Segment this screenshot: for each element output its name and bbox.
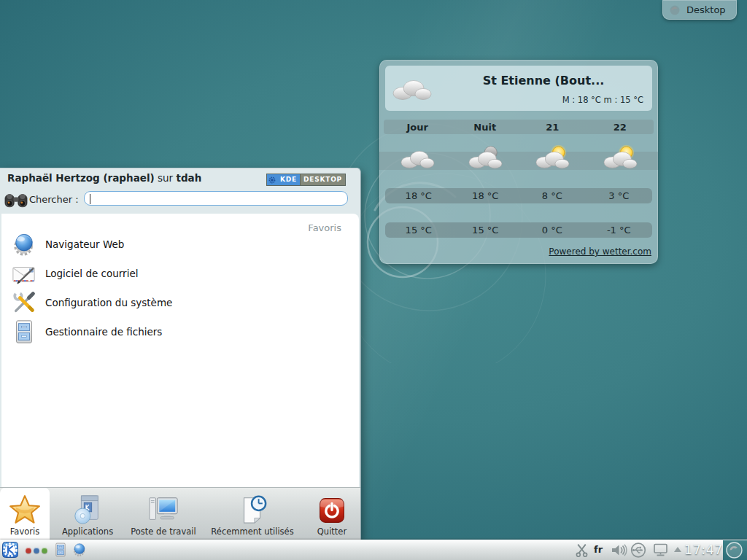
- low-temp: 15 °C: [385, 225, 452, 236]
- kickoff-favorites-view: Favoris Navigateur Web: [1, 214, 359, 488]
- folderview-peek-icon: [669, 4, 681, 16]
- favorites-star-icon: [9, 494, 41, 525]
- file-manager-launcher[interactable]: [53, 542, 68, 557]
- weather-header: St Etienne (Bout... M : 18 °C m : 15 °C: [385, 66, 652, 111]
- cloudy-night-icon: [467, 144, 503, 171]
- file-manager-icon: [12, 319, 36, 344]
- quit-power-icon: [317, 496, 347, 525]
- computer-icon: [148, 494, 179, 525]
- high-temp: 18 °C: [452, 190, 519, 201]
- panel-toolbox-cashew-icon[interactable]: [726, 542, 743, 559]
- weather-low-temps-row: 15 °C 15 °C 0 °C -1 °C: [385, 222, 652, 238]
- low-temp: 15 °C: [452, 225, 519, 236]
- user-separator: sur: [158, 172, 173, 184]
- kickoff-menu: Raphaël Hertzog (raphael) sur tdah KDE D…: [0, 168, 361, 540]
- weather-high-temps-row: 18 °C 18 °C 8 °C 3 °C: [385, 188, 652, 203]
- web-browser-icon: [12, 232, 36, 257]
- keyboard-layout-indicator[interactable]: fr: [594, 544, 603, 555]
- high-temp: 3 °C: [586, 190, 653, 201]
- favorite-item-label: Logiciel de courriel: [45, 268, 138, 279]
- favorite-item-label: Gestionnaire de fichiers: [45, 326, 162, 338]
- text-caret: [90, 194, 90, 204]
- sun-behind-cloud-icon: [602, 144, 638, 171]
- tab-recently-used[interactable]: Récemment utilisés: [201, 488, 303, 540]
- tab-applications[interactable]: Applications: [50, 488, 125, 540]
- volume-icon[interactable]: [611, 544, 627, 556]
- mail-icon: [12, 262, 36, 285]
- tab-computer[interactable]: Poste de travail: [125, 488, 201, 540]
- favorite-item-web-browser[interactable]: Navigateur Web: [12, 230, 340, 259]
- recent-documents-icon: [237, 494, 268, 525]
- pager-dot-blue[interactable]: [34, 548, 39, 553]
- panel-clock[interactable]: 17:47: [684, 542, 724, 557]
- web-browser-launcher[interactable]: [72, 542, 87, 557]
- weather-condition-icons: [384, 139, 654, 176]
- weather-col-date-21: 21: [519, 122, 587, 133]
- folderview-title: Desktop: [686, 4, 726, 15]
- favorite-item-label: Navigateur Web: [45, 238, 124, 250]
- folderview-widget[interactable]: Desktop: [662, 0, 737, 20]
- usb-device-notifier-icon[interactable]: [630, 542, 646, 558]
- weather-minmax-summary: M : 18 °C m : 15 °C: [562, 95, 643, 105]
- tray-expander-arrow[interactable]: [674, 547, 681, 552]
- favorite-item-file-manager[interactable]: Gestionnaire de fichiers: [12, 317, 340, 346]
- pager-dot-green[interactable]: [42, 548, 47, 553]
- tab-label: Quitter: [317, 526, 347, 537]
- tab-label: Poste de travail: [131, 526, 196, 537]
- favorite-item-label: Configuration du système: [45, 297, 172, 308]
- sun-behind-cloud-icon: [534, 144, 570, 171]
- pager-dot-red[interactable]: [26, 548, 31, 553]
- tab-label: Applications: [62, 526, 113, 537]
- badge-desktop-label: DESKTOP: [300, 174, 345, 185]
- weather-current-cloudy-icon: [391, 74, 433, 102]
- kmenu-launcher-button[interactable]: [2, 542, 18, 558]
- high-temp: 18 °C: [385, 190, 452, 201]
- weather-col-day: Jour: [384, 122, 452, 133]
- tab-label: Récemment utilisés: [211, 526, 293, 537]
- favorite-item-mail-client[interactable]: Logiciel de courriel: [12, 259, 340, 288]
- low-temp: -1 °C: [586, 225, 653, 236]
- clipboard-scissors-icon[interactable]: [576, 543, 588, 557]
- weather-column-headers: Jour Nuit 21 22: [384, 120, 654, 134]
- kickoff-search-row: Chercher :: [0, 187, 360, 214]
- weather-credit-link[interactable]: Powered by wetter.com: [549, 246, 651, 257]
- weather-widget[interactable]: St Etienne (Bout... M : 18 °C m : 15 °C …: [379, 60, 658, 264]
- low-temp: 0 °C: [519, 225, 586, 236]
- user-fullname: Raphaël Hertzog (raphael): [7, 172, 155, 184]
- taskbar-panel: fr 17:47: [0, 540, 747, 560]
- weather-location-title: St Etienne (Bout...: [442, 74, 645, 88]
- binoculars-search-icon: [4, 190, 28, 210]
- search-input[interactable]: [84, 191, 348, 206]
- weather-col-date-22: 22: [587, 122, 654, 133]
- kde-desktop-badge: KDE DESKTOP: [266, 174, 346, 186]
- favorite-item-system-settings[interactable]: Configuration du système: [12, 288, 340, 317]
- kickoff-user-line: Raphaël Hertzog (raphael) sur tdah: [7, 172, 201, 187]
- system-settings-icon: [12, 290, 36, 315]
- kickoff-tab-bar: Favoris Applications: [0, 487, 360, 540]
- panel-corner: [723, 540, 747, 560]
- weather-col-night: Nuit: [452, 122, 519, 133]
- search-label: Chercher :: [29, 194, 79, 205]
- desktop-screen: Desktop St Etienne (Bout... M : 18 °C m …: [0, 0, 747, 560]
- applications-icon: [72, 494, 103, 525]
- tab-label: Favoris: [10, 526, 39, 537]
- kde-gear-icon: [267, 174, 277, 185]
- hostname: tdah: [176, 172, 201, 184]
- badge-kde-label: KDE: [277, 174, 300, 185]
- tab-favorites[interactable]: Favoris: [0, 488, 50, 540]
- cloudy-icon: [399, 144, 436, 171]
- network-monitor-icon[interactable]: [652, 543, 670, 557]
- tab-leave[interactable]: Quitter: [303, 488, 360, 540]
- high-temp: 8 °C: [519, 190, 586, 201]
